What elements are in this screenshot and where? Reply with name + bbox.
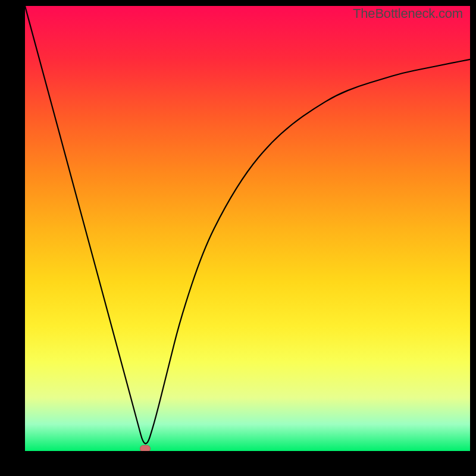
gradient-background xyxy=(25,6,470,451)
watermark-label: TheBottleneck.com xyxy=(353,6,463,21)
minimum-marker xyxy=(140,445,151,451)
chart-frame: TheBottleneck.com xyxy=(0,0,476,476)
plot-area: TheBottleneck.com xyxy=(25,6,470,451)
